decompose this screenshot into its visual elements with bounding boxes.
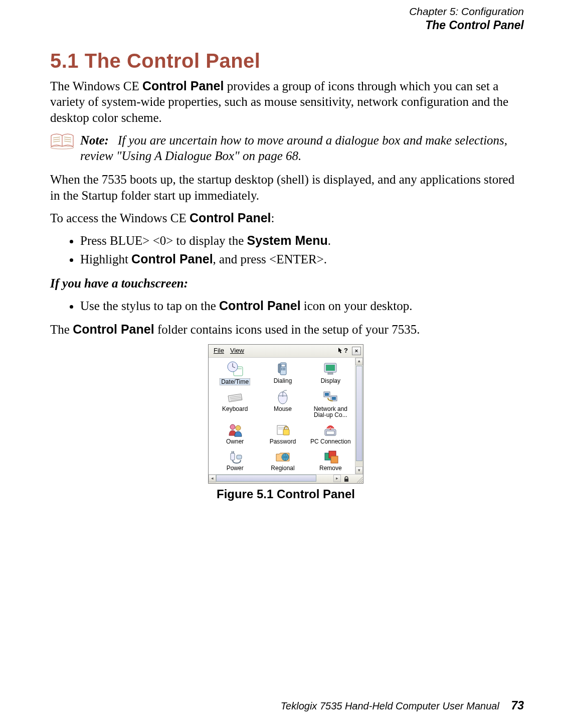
text: Highlight — [80, 252, 131, 266]
figure-caption: Figure 5.1 Control Panel — [50, 487, 521, 502]
term-control-panel: Control Panel — [142, 79, 224, 93]
svg-rect-37 — [231, 453, 235, 460]
item-dialing[interactable]: Dialing — [259, 361, 306, 386]
item-remove[interactable]: Remove — [307, 448, 354, 472]
item-keyboard[interactable]: Keyboard — [212, 389, 258, 418]
section-label: The Control Panel — [409, 18, 524, 33]
main-content: 5.1 The Control Panel The Windows CE Con… — [50, 45, 521, 502]
running-footer: Teklogix 7535 Hand-Held Computer User Ma… — [281, 698, 524, 713]
list-item: Press BLUE> <0> to display the System Me… — [80, 233, 521, 248]
item-pc-connection[interactable]: PC Connection — [307, 421, 354, 445]
item-network[interactable]: Network and Dial-up Co... — [307, 389, 354, 418]
svg-rect-44 — [331, 456, 338, 463]
item-password[interactable]: Password — [259, 421, 306, 445]
mouse-icon — [274, 389, 291, 405]
scroll-track[interactable] — [216, 475, 333, 483]
footer-text: Teklogix 7535 Hand-Held Computer User Ma… — [281, 700, 499, 711]
item-owner[interactable]: Owner — [212, 421, 258, 445]
cursor-arrow-icon — [338, 347, 343, 354]
window-body: Date/Time Dialing Display — [209, 358, 363, 475]
icon-label: Password — [259, 439, 306, 445]
scroll-right-arrow-icon[interactable]: ▸ — [333, 475, 341, 482]
phone-icon — [274, 361, 291, 377]
svg-rect-14 — [278, 364, 280, 373]
resize-grip-icon[interactable] — [352, 475, 363, 483]
svg-rect-9 — [283, 368, 284, 369]
vertical-scrollbar[interactable]: ▴ ▾ — [355, 358, 363, 475]
icon-label: Power — [212, 465, 258, 472]
svg-line-48 — [361, 481, 362, 483]
section-heading: 5.1 The Control Panel — [50, 45, 521, 73]
paragraph-intro: The Windows CE Control Panel provides a … — [50, 78, 521, 125]
text: , and press <ENTER>. — [213, 252, 327, 266]
icon-label: Date/Time — [220, 378, 250, 386]
svg-rect-27 — [332, 397, 336, 400]
keyboard-icon — [227, 389, 244, 405]
monitor-icon — [322, 361, 339, 377]
svg-rect-7 — [281, 364, 285, 367]
remove-programs-icon — [322, 448, 339, 464]
svg-rect-10 — [284, 368, 285, 369]
text: . — [328, 234, 331, 247]
icon-label: Dialing — [259, 378, 306, 384]
svg-rect-16 — [326, 365, 335, 371]
paragraph-folder: The Control Panel folder contains icons … — [50, 322, 521, 337]
paragraph-access: To access the Windows CE Control Panel: — [50, 210, 521, 226]
item-mouse[interactable]: Mouse — [259, 389, 306, 418]
scroll-up-arrow-icon[interactable]: ▴ — [355, 358, 363, 365]
menu-file[interactable]: File — [211, 346, 227, 356]
bullet-list-touch: Use the stylus to tap on the Control Pan… — [65, 298, 521, 314]
chapter-label: Chapter 5: Configuration — [409, 5, 524, 18]
svg-line-47 — [359, 479, 362, 483]
owner-icon — [227, 421, 244, 438]
icon-label: Mouse — [259, 406, 306, 412]
note-text: If you are uncertain how to move around … — [80, 133, 507, 163]
term-control-panel: Control Panel — [219, 299, 301, 313]
icon-label: Keyboard — [212, 406, 258, 412]
text: Use the stylus to tap on the — [80, 299, 219, 313]
network-icon — [322, 389, 339, 405]
svg-point-36 — [330, 428, 331, 429]
svg-rect-35 — [326, 431, 334, 434]
icon-label: PC Connection — [307, 439, 354, 445]
scroll-thumb[interactable] — [356, 366, 362, 461]
list-item: Use the stylus to tap on the Control Pan… — [80, 298, 521, 314]
icon-grid: Date/Time Dialing Display — [209, 358, 355, 475]
menu-view[interactable]: View — [227, 346, 247, 356]
pc-connection-icon — [322, 421, 339, 438]
term-system-menu: System Menu — [247, 233, 328, 247]
svg-rect-45 — [344, 479, 348, 482]
scroll-left-arrow-icon[interactable]: ◂ — [209, 475, 216, 482]
text: The Windows CE — [50, 79, 142, 93]
svg-rect-11 — [281, 369, 282, 370]
help-button[interactable]: ? — [338, 347, 350, 355]
list-item: Highlight Control Panel, and press <ENTE… — [80, 251, 521, 267]
scroll-thumb[interactable] — [216, 475, 316, 482]
paragraph-boot: When the 7535 boots up, the startup desk… — [50, 172, 521, 203]
text: folder contains icons used in the setup … — [154, 323, 420, 336]
svg-rect-38 — [232, 451, 233, 454]
horizontal-scrollbar: ◂ ▸ — [209, 474, 363, 483]
item-date-time[interactable]: Date/Time — [212, 361, 258, 386]
scroll-down-arrow-icon[interactable]: ▾ — [355, 467, 363, 474]
icon-label: Regional — [259, 465, 306, 472]
svg-rect-13 — [284, 369, 285, 370]
icon-label: Owner — [212, 439, 258, 445]
item-display[interactable]: Display — [307, 361, 354, 386]
icon-label: Display — [307, 378, 354, 384]
svg-rect-33 — [283, 429, 289, 435]
text: To access the Windows CE — [50, 211, 190, 225]
text: icon on your desktop. — [301, 299, 413, 313]
svg-rect-40 — [237, 455, 242, 459]
icon-label: Remove — [307, 465, 354, 472]
item-power[interactable]: Power — [212, 448, 258, 472]
item-regional[interactable]: Regional — [259, 448, 306, 472]
note-label: Note: — [80, 133, 118, 147]
close-button[interactable]: × — [352, 347, 361, 355]
term-control-panel: Control Panel — [190, 211, 271, 225]
globe-folder-icon — [274, 448, 291, 464]
note-body: Note:If you are uncertain how to move ar… — [80, 132, 521, 164]
figure: File View ? × Date/Time — [50, 344, 521, 502]
bullet-list-access: Press BLUE> <0> to display the System Me… — [65, 233, 521, 267]
term-control-panel: Control Panel — [131, 252, 213, 266]
